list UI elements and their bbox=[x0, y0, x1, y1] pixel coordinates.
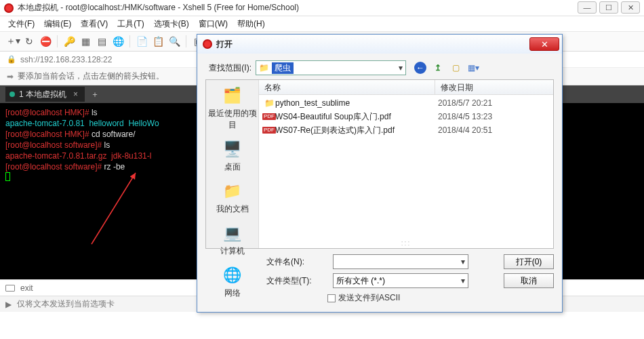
file-list-header: 名称 修改日期 bbox=[259, 80, 553, 95]
reconnect-icon[interactable]: ↻ bbox=[22, 34, 37, 49]
sidebar-documents[interactable]: 📁我的文档 bbox=[206, 178, 258, 220]
file-row[interactable]: 📁python_test_sublime2018/5/7 20:21 bbox=[259, 96, 553, 110]
lookin-value: 爬虫 bbox=[272, 62, 294, 74]
maximize-button[interactable]: ☐ bbox=[599, 1, 618, 14]
file-browser: 🗂️最近使用的项目 🖥️桌面 📁我的文档 💻计算机 🌐网络 名称 修改日期 📁p… bbox=[205, 79, 554, 249]
folder-icon: 📁 bbox=[259, 63, 269, 73]
folder-icon: 📁 bbox=[263, 98, 275, 108]
dropdown-icon[interactable]: ▾ bbox=[461, 276, 465, 285]
places-sidebar: 🗂️最近使用的项目 🖥️桌面 📁我的文档 💻计算机 🌐网络 bbox=[206, 80, 259, 248]
connection-status-icon bbox=[9, 92, 15, 97]
grid-icon[interactable]: ▦ bbox=[78, 34, 93, 49]
nav-view-icon[interactable]: ▦▾ bbox=[467, 62, 479, 74]
filetype-combo[interactable]: 所有文件 (*.*)▾ bbox=[333, 273, 468, 288]
col-date[interactable]: 修改日期 bbox=[435, 80, 553, 94]
col-name[interactable]: 名称 bbox=[259, 80, 435, 94]
address-text[interactable]: ssh://192.168.233.128:22 bbox=[20, 55, 112, 64]
menu-help[interactable]: 帮助(H) bbox=[237, 18, 265, 30]
nav-newfolder-icon[interactable]: ▢ bbox=[449, 62, 462, 74]
term-cmd: cd software/ bbox=[92, 129, 136, 139]
lock-icon: 🔒 bbox=[7, 55, 16, 64]
term-cmd: ls bbox=[92, 108, 98, 117]
toolbar-separator bbox=[186, 35, 186, 47]
file-row[interactable]: PDFWS07-Re(正则表达式)库入门.pdf2018/4/4 20:51 bbox=[259, 123, 553, 137]
term-prompt: [root@localhost HMK]# bbox=[5, 108, 92, 117]
window-title: 本地虚拟机 - root@localhost:/HMK/software - X… bbox=[18, 2, 640, 14]
term-prompt: [root@localhost software]# bbox=[5, 162, 104, 172]
dialog-body: 查找范围(I): 📁 爬虫 ▾ ← ↥ ▢ ▦▾ 🗂️最近使用的项目 🖥️桌面 … bbox=[197, 54, 562, 312]
titlebar: 本地虚拟机 - root@localhost:/HMK/software - X… bbox=[0, 0, 644, 16]
hint-text: 要添加当前会话，点击左侧的箭头按钮。 bbox=[18, 71, 164, 82]
term-prompt: [root@localhost software]# bbox=[5, 140, 104, 150]
tab-add-button[interactable]: ＋ bbox=[89, 89, 101, 100]
sidebar-desktop[interactable]: 🖥️桌面 bbox=[206, 136, 258, 178]
pdf-icon: PDF bbox=[263, 113, 275, 120]
sidebar-recent[interactable]: 🗂️最近使用的项目 bbox=[206, 83, 258, 136]
ascii-checkbox[interactable] bbox=[327, 294, 336, 302]
tab-label: 1 本地虚拟机 bbox=[19, 89, 66, 100]
globe-icon[interactable]: 🌐 bbox=[110, 34, 125, 49]
filename-label: 文件名(N): bbox=[266, 256, 326, 268]
file-date: 2018/4/4 20:51 bbox=[438, 125, 492, 135]
dialog-nav-icons: ← ↥ ▢ ▦▾ bbox=[414, 62, 479, 74]
term-output: apache-tomcat-7.0.81.tar.gz jdk-8u131-l bbox=[5, 151, 151, 161]
filetype-label: 文件类型(T): bbox=[266, 275, 326, 287]
send-icon: ▶ bbox=[5, 300, 12, 309]
keyboard-icon bbox=[5, 285, 15, 292]
term-prompt: [root@localhost HMK]# bbox=[5, 129, 92, 139]
toolbar-separator bbox=[129, 35, 130, 47]
disconnect-icon[interactable]: ⛔ bbox=[38, 34, 53, 49]
key-icon[interactable]: 🔑 bbox=[62, 34, 77, 49]
close-button[interactable]: ✕ bbox=[621, 1, 640, 14]
file-name: WS04-Beautiful Soup库入门.pdf bbox=[275, 111, 438, 123]
menu-tab[interactable]: 选项卡(B) bbox=[154, 18, 189, 30]
file-date: 2018/4/5 13:23 bbox=[438, 112, 492, 121]
file-name: WS07-Re(正则表达式)库入门.pdf bbox=[275, 125, 438, 136]
file-name: python_test_sublime bbox=[275, 98, 438, 108]
lookin-combo[interactable]: 📁 爬虫 ▾ bbox=[256, 60, 406, 75]
list-icon[interactable]: ▤ bbox=[94, 34, 109, 49]
sidebar-computer[interactable]: 💻计算机 bbox=[206, 220, 258, 262]
new-session-icon[interactable]: ＋▾ bbox=[5, 34, 20, 49]
menu-edit[interactable]: 编辑(E) bbox=[44, 18, 71, 30]
open-dialog: 打开 ✕ 查找范围(I): 📁 爬虫 ▾ ← ↥ ▢ ▦▾ 🗂️最近使用的项目 bbox=[197, 34, 563, 313]
lookin-label: 查找范围(I): bbox=[205, 62, 251, 74]
ascii-option[interactable]: 发送文件到ASCII bbox=[327, 292, 554, 304]
tab-active[interactable]: 1 本地虚拟机 × bbox=[5, 87, 85, 102]
toolbar-separator bbox=[57, 35, 58, 47]
dropdown-icon[interactable]: ▾ bbox=[461, 257, 465, 266]
app-icon bbox=[4, 3, 14, 13]
dropdown-icon[interactable]: ▾ bbox=[399, 63, 403, 73]
dialog-title: 打开 bbox=[216, 39, 525, 50]
term-output: apache-tomcat-7.0.81 helloword HelloWo bbox=[5, 119, 159, 128]
menu-tool[interactable]: 工具(T) bbox=[117, 18, 144, 30]
file-date: 2018/5/7 20:21 bbox=[438, 98, 492, 108]
pdf-icon: PDF bbox=[263, 127, 275, 134]
tab-close-icon[interactable]: × bbox=[73, 89, 78, 99]
file-list[interactable]: 📁python_test_sublime2018/5/7 20:21PDFWS0… bbox=[259, 95, 553, 238]
file-row[interactable]: PDFWS04-Beautiful Soup库入门.pdf2018/4/5 13… bbox=[259, 110, 553, 123]
open-button[interactable]: 打开(0) bbox=[504, 254, 554, 269]
menu-file[interactable]: 文件(F) bbox=[8, 18, 35, 30]
sidebar-network[interactable]: 🌐网络 bbox=[206, 262, 258, 304]
paste-icon[interactable]: 📋 bbox=[150, 34, 165, 49]
minimize-button[interactable]: — bbox=[578, 1, 597, 14]
cancel-button[interactable]: 取消 bbox=[504, 273, 554, 288]
menu-window[interactable]: 窗口(W) bbox=[199, 18, 228, 30]
resize-grip[interactable]: ::: bbox=[259, 238, 553, 248]
status-text-2: 仅将文本发送到当前选项卡 bbox=[17, 298, 115, 310]
menubar: 文件(F) 编辑(E) 查看(V) 工具(T) 选项卡(B) 窗口(W) 帮助(… bbox=[0, 16, 644, 31]
term-cmd: ls bbox=[104, 140, 110, 150]
nav-up-icon[interactable]: ↥ bbox=[432, 62, 444, 74]
window-controls: — ☐ ✕ bbox=[578, 1, 640, 14]
menu-view[interactable]: 查看(V) bbox=[81, 18, 108, 30]
dialog-icon bbox=[203, 39, 212, 49]
copy-icon[interactable]: 📄 bbox=[134, 34, 149, 49]
dialog-close-button[interactable]: ✕ bbox=[529, 37, 559, 51]
term-cmd: rz -be bbox=[104, 162, 125, 172]
hint-arrow-icon[interactable]: ➡ bbox=[7, 72, 14, 81]
nav-back-icon[interactable]: ← bbox=[414, 62, 426, 74]
filename-field[interactable]: ▾ bbox=[333, 254, 468, 269]
dialog-titlebar: 打开 ✕ bbox=[197, 35, 562, 54]
search-icon[interactable]: 🔍 bbox=[167, 34, 182, 49]
